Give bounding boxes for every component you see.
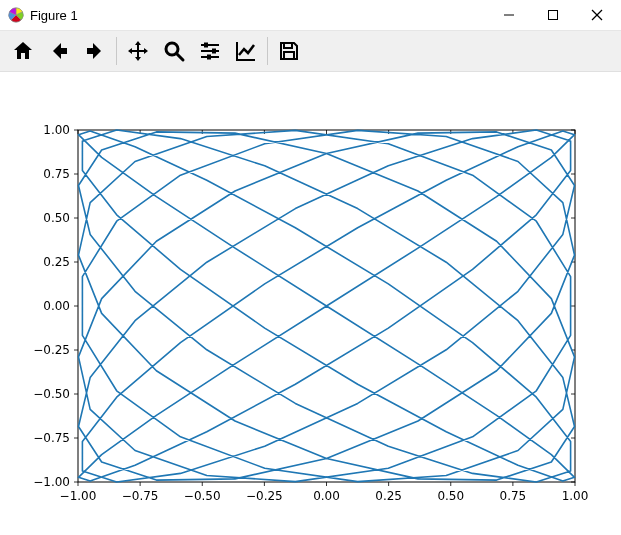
save-button[interactable] <box>272 34 306 68</box>
save-icon <box>277 39 301 63</box>
svg-text:0.00: 0.00 <box>43 299 70 313</box>
arrow-left-icon <box>47 39 71 63</box>
svg-text:−0.50: −0.50 <box>33 387 70 401</box>
minimize-button[interactable] <box>501 7 517 23</box>
svg-text:0.75: 0.75 <box>43 167 70 181</box>
svg-rect-10 <box>212 49 216 54</box>
sliders-icon <box>198 39 222 63</box>
svg-text:1.00: 1.00 <box>43 123 70 137</box>
edit-axes-button[interactable] <box>229 34 263 68</box>
arrow-right-icon <box>83 39 107 63</box>
svg-rect-13 <box>284 43 292 48</box>
svg-text:−1.00: −1.00 <box>60 489 97 503</box>
move-icon <box>126 39 150 63</box>
svg-text:−1.00: −1.00 <box>33 475 70 489</box>
separator <box>267 37 268 65</box>
svg-text:0.50: 0.50 <box>43 211 70 225</box>
svg-text:0.00: 0.00 <box>313 489 340 503</box>
home-button[interactable] <box>6 34 40 68</box>
zoom-button[interactable] <box>157 34 191 68</box>
window-title: Figure 1 <box>30 8 78 23</box>
svg-rect-12 <box>207 55 211 60</box>
toolbar <box>0 30 621 72</box>
forward-button[interactable] <box>78 34 112 68</box>
svg-text:−0.50: −0.50 <box>184 489 221 503</box>
lissajous-plot: −1.00−0.75−0.50−0.250.000.250.500.751.00… <box>0 72 621 535</box>
window-controls <box>501 7 613 23</box>
svg-text:−0.25: −0.25 <box>33 343 70 357</box>
svg-text:−0.75: −0.75 <box>122 489 159 503</box>
svg-text:0.50: 0.50 <box>437 489 464 503</box>
back-button[interactable] <box>42 34 76 68</box>
maximize-button[interactable] <box>545 7 561 23</box>
title-bar: Figure 1 <box>0 0 621 30</box>
zoom-icon <box>162 39 186 63</box>
svg-text:1.00: 1.00 <box>562 489 589 503</box>
svg-text:−0.25: −0.25 <box>246 489 283 503</box>
svg-line-6 <box>177 54 183 60</box>
svg-text:0.25: 0.25 <box>375 489 402 503</box>
separator <box>116 37 117 65</box>
chart-line-icon <box>234 39 258 63</box>
chart-area[interactable]: −1.00−0.75−0.50−0.250.000.250.500.751.00… <box>0 72 621 535</box>
pan-button[interactable] <box>121 34 155 68</box>
svg-rect-14 <box>284 52 294 59</box>
svg-text:−0.75: −0.75 <box>33 431 70 445</box>
close-button[interactable] <box>589 7 605 23</box>
home-icon <box>11 39 35 63</box>
svg-text:0.75: 0.75 <box>500 489 527 503</box>
svg-rect-2 <box>549 11 558 20</box>
matplotlib-icon <box>8 7 24 23</box>
configure-button[interactable] <box>193 34 227 68</box>
svg-rect-8 <box>204 43 208 48</box>
svg-text:0.25: 0.25 <box>43 255 70 269</box>
